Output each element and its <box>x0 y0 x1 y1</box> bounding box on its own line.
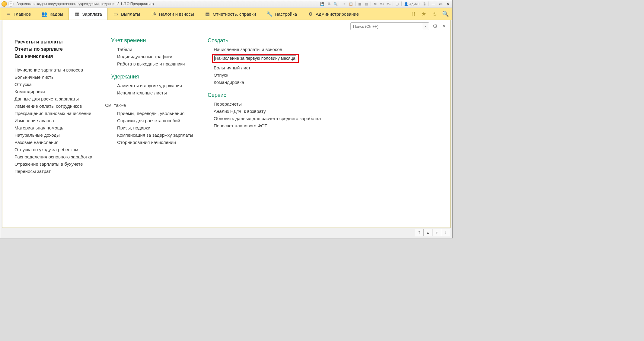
scroll-bottom-button[interactable]: ⤓ <box>441 229 450 236</box>
link-create-first-half-month[interactable]: Начисление за первую половину месяца <box>214 56 296 61</box>
wallet-icon: ▭ <box>113 11 119 17</box>
link-izmenenie-avansa[interactable]: Изменение аванса <box>14 118 102 123</box>
nav-admin[interactable]: ⚙ Администрирование <box>302 8 364 20</box>
link-naturalnye-dohody[interactable]: Натуральные доходы <box>14 132 102 138</box>
link-raschety-vyplaty[interactable]: Расчеты и выплаты <box>14 39 102 45</box>
link-ispolnitelnye-listy[interactable]: Исполнительные листы <box>117 90 199 95</box>
nav-otchetnost[interactable]: ▤ Отчетность, справки <box>199 8 261 20</box>
content-panel: × ⚙ × Расчеты и выплаты Отчеты по зарпла… <box>2 20 451 228</box>
link-create-nachislenie-zp[interactable]: Начисление зарплаты и взносов <box>214 47 321 52</box>
link-izmenenie-oplaty[interactable]: Изменение оплаты сотрудников <box>14 104 102 109</box>
app-logo-icon <box>2 1 7 7</box>
heading-service: Сервис <box>208 92 321 98</box>
apps-grid-icon[interactable]: ⁞⁞⁞ <box>408 9 417 18</box>
link-prekrashcheniya[interactable]: Прекращения плановых начислений <box>14 111 102 116</box>
people-icon: 👥 <box>42 11 47 17</box>
link-otrazhenie-buhuchet[interactable]: Отражение зарплаты в бухучете <box>14 161 102 167</box>
tb-m-icon[interactable]: M <box>372 1 378 7</box>
nav-main[interactable]: ≡ Главное <box>0 8 36 20</box>
table-icon: ▦ <box>74 11 80 17</box>
heading-uchet-vremeni: Учет времени <box>111 37 199 44</box>
nav-nalogi[interactable]: % Налоги и взносы <box>145 8 199 20</box>
link-individ-grafiki[interactable]: Индивидуальные графики <box>117 54 199 59</box>
column-main: Расчеты и выплаты Отчеты по зарплате Все… <box>14 37 102 176</box>
search-clear-button[interactable]: × <box>422 23 429 30</box>
user-chip[interactable]: 👤 Админ <box>403 2 421 6</box>
nav-label: Выплаты <box>121 11 140 17</box>
link-alimenty[interactable]: Алименты и другие удержания <box>117 83 199 88</box>
nav-label: Отчетность, справки <box>213 11 256 17</box>
window-maximize-button[interactable]: ▭ <box>437 1 444 7</box>
tb-m-plus-icon[interactable]: M+ <box>379 1 385 7</box>
favorites-star-icon[interactable]: ★ <box>419 9 428 18</box>
link-create-komandirovka[interactable]: Командировка <box>214 80 321 85</box>
link-bolnichnye-listy[interactable]: Больничные листы <box>14 75 102 80</box>
link-create-otpusk[interactable]: Отпуск <box>214 72 321 78</box>
tb-info-icon[interactable]: ⓘ <box>421 1 427 7</box>
link-tabeli[interactable]: Табели <box>117 47 199 52</box>
tb-panel-icon[interactable]: ▢ <box>394 1 400 7</box>
scroll-top-button[interactable]: ⤒ <box>415 229 423 236</box>
link-razovye-nachisleniya[interactable]: Разовые начисления <box>14 140 102 145</box>
tb-calc-icon[interactable]: ▤ <box>363 1 369 7</box>
search-box: × <box>350 22 429 30</box>
link-create-bolnichny[interactable]: Больничный лист <box>214 65 321 70</box>
nav-nastroyka[interactable]: 🔧 Настройка <box>261 8 302 20</box>
highlighted-selection: Начисление за первую половину месяца <box>212 54 299 63</box>
link-raspredeleniya[interactable]: Распределения основного заработка <box>14 154 102 159</box>
scroll-up-button[interactable]: ▲ <box>423 229 432 236</box>
link-stornirovaniya[interactable]: Сторнирования начислений <box>117 140 199 145</box>
content-close-button[interactable]: × <box>441 23 447 29</box>
heading-sozdat: Создать <box>208 37 321 44</box>
tb-print-icon[interactable]: 🖶 <box>326 1 332 7</box>
nav-label: Зарплата <box>82 11 102 17</box>
nav-label: Настройка <box>275 11 297 17</box>
column-time-deductions: Учет времени Табели Индивидуальные графи… <box>111 37 199 176</box>
dropdown-icon[interactable]: ▾ <box>8 1 14 7</box>
link-dannye-rascheta[interactable]: Данные для расчета зарплаты <box>14 96 102 101</box>
nav-zarplata[interactable]: ▦ Зарплата <box>69 8 108 20</box>
link-priemy-perevody[interactable]: Приемы, переводы, увольнения <box>117 111 199 116</box>
search-input[interactable] <box>351 23 422 30</box>
window-minimize-button[interactable]: — <box>430 1 437 7</box>
nav-label: Кадры <box>49 11 63 17</box>
scroll-down-button[interactable]: ▼ <box>432 229 441 236</box>
gear-icon: ⚙ <box>308 11 313 17</box>
tb-separator <box>429 2 429 6</box>
link-kompensacia-zaderzhka[interactable]: Компенсация за задержку зарплаты <box>117 132 199 138</box>
link-otchety-zarplata[interactable]: Отчеты по зарплате <box>14 46 102 52</box>
link-pereraschety[interactable]: Перерасчеты <box>214 101 321 107</box>
link-vse-nachisleniya[interactable]: Все начисления <box>14 54 102 59</box>
history-icon[interactable]: ⎋ <box>430 9 439 18</box>
tb-calendar-icon[interactable]: ▦ <box>357 1 363 7</box>
settings-gear-icon[interactable]: ⚙ <box>432 23 439 30</box>
wrench-icon: 🔧 <box>267 11 272 17</box>
main-navbar: ≡ Главное 👥 Кадры ▦ Зарплата ▭ Выплаты %… <box>0 8 452 20</box>
link-prizy-podarki[interactable]: Призы, подарки <box>117 125 199 130</box>
tb-find-icon[interactable]: 🔍 <box>333 1 339 7</box>
link-komandirovki[interactable]: Командировки <box>14 89 102 94</box>
link-perenosy-zatrat[interactable]: Переносы затрат <box>14 169 102 174</box>
nav-label: Главное <box>14 11 31 17</box>
window-close-button[interactable]: ✕ <box>445 1 451 7</box>
nav-vyplaty[interactable]: ▭ Выплаты <box>108 8 145 20</box>
link-analiz-ndfl[interactable]: Анализ НДФЛ к возврату <box>214 109 321 114</box>
scroll-buttons: ⤒ ▲ ▼ ⤓ <box>415 229 450 236</box>
menu-icon: ≡ <box>6 11 11 17</box>
link-rabota-vyhodnye[interactable]: Работа в выходные и праздники <box>117 61 199 66</box>
link-nachislenie-zp-vznosy[interactable]: Начисление зарплаты и взносов <box>14 67 102 72</box>
link-otpuska-uhod[interactable]: Отпуска по уходу за ребенком <box>14 147 102 152</box>
link-spravki-posobiy[interactable]: Справки для расчета пособий <box>117 118 199 123</box>
tb-star-icon[interactable]: ☆ <box>341 1 347 7</box>
nav-kadry[interactable]: 👥 Кадры <box>36 8 69 20</box>
tb-clipboard-icon[interactable]: 📋 <box>348 1 354 7</box>
link-mat-pomoshch[interactable]: Материальная помощь <box>14 125 102 130</box>
link-otpuska[interactable]: Отпуска <box>14 82 102 87</box>
link-obnovit-sredniy[interactable]: Обновить данные для расчета среднего зар… <box>214 116 321 121</box>
tb-m-minus-icon[interactable]: M- <box>385 1 391 7</box>
search-icon[interactable]: 🔍 <box>441 9 450 18</box>
user-icon: 👤 <box>404 2 408 6</box>
tb-save-icon[interactable]: 💾 <box>319 1 325 7</box>
link-pereschet-fot[interactable]: Пересчет планового ФОТ <box>214 123 321 128</box>
tb-separator <box>401 2 402 6</box>
